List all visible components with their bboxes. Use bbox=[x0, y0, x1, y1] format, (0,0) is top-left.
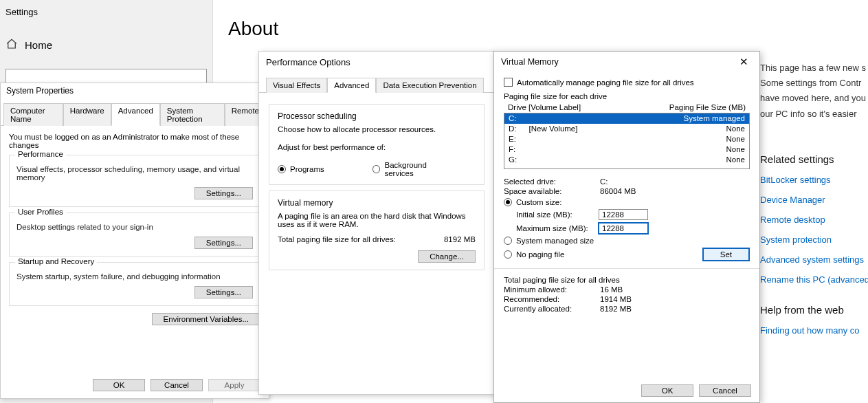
drive-row[interactable]: G: None bbox=[504, 155, 749, 165]
space-available-value: 86004 MB bbox=[600, 187, 636, 195]
performance-settings-button[interactable]: Settings... bbox=[194, 187, 253, 199]
sysprops-apply-button[interactable]: Apply bbox=[208, 379, 260, 391]
link-device-manager[interactable]: Device Manager bbox=[760, 195, 868, 205]
system-managed-label: System managed size bbox=[516, 237, 594, 245]
sysprops-ok-button[interactable]: OK bbox=[93, 379, 145, 391]
checkbox-icon bbox=[504, 78, 513, 87]
radio-system-managed[interactable]: System managed size bbox=[504, 237, 750, 245]
max-size-input[interactable] bbox=[599, 223, 648, 234]
selected-drive-label: Selected drive: bbox=[504, 177, 593, 186]
drive-row[interactable]: F: None bbox=[504, 144, 749, 155]
link-help-cores[interactable]: Finding out how many co bbox=[760, 325, 868, 336]
per-drive-label: Paging file size for each drive bbox=[504, 92, 750, 100]
about-right-column: This page has a few new s Some settings … bbox=[760, 62, 868, 336]
startup-recovery-label: Startup and Recovery bbox=[15, 257, 97, 265]
radio-icon bbox=[504, 198, 512, 206]
radio-icon bbox=[372, 165, 381, 173]
space-available-label: Space available: bbox=[504, 187, 593, 195]
user-profiles-desc: Desktop settings related to your sign-in bbox=[16, 223, 253, 231]
drive-row[interactable]: C: System managed bbox=[504, 113, 749, 124]
system-properties-dialog: System Properties Computer Name Hardware… bbox=[0, 83, 269, 399]
radio-background-services[interactable]: Background services bbox=[372, 161, 455, 177]
tab-computer-name[interactable]: Computer Name bbox=[3, 103, 63, 126]
system-properties-title: System Properties bbox=[1, 83, 269, 98]
vmem-title: Virtual Memory bbox=[501, 57, 559, 67]
user-profiles-fieldset: User Profiles Desktop settings related t… bbox=[9, 213, 260, 257]
radio-custom-size[interactable]: Custom size: bbox=[504, 198, 750, 206]
recommended-value: 1914 MB bbox=[600, 295, 632, 303]
radio-programs[interactable]: Programs bbox=[278, 161, 324, 177]
vm-change-button[interactable]: Change... bbox=[418, 250, 476, 263]
close-icon[interactable]: ✕ bbox=[735, 56, 753, 68]
settings-home-nav[interactable]: Home bbox=[0, 24, 212, 63]
sysprops-cancel-button[interactable]: Cancel bbox=[151, 379, 203, 391]
link-bitlocker[interactable]: BitLocker settings bbox=[760, 175, 868, 185]
max-size-label: Maximum size (MB): bbox=[516, 224, 590, 232]
total-paging-value: 8192 MB bbox=[444, 235, 476, 243]
radio-no-paging[interactable]: No paging file bbox=[504, 250, 564, 259]
tab-visual-effects[interactable]: Visual Effects bbox=[266, 78, 327, 93]
about-heading: About bbox=[228, 18, 868, 40]
recommended-label: Recommended: bbox=[504, 295, 593, 303]
no-paging-label: No paging file bbox=[516, 250, 564, 259]
vmem-ok-button[interactable]: OK bbox=[641, 384, 693, 397]
tab-system-protection[interactable]: System Protection bbox=[160, 103, 225, 126]
vmem-cancel-button[interactable]: Cancel bbox=[699, 384, 751, 397]
processor-scheduling-title: Processor scheduling bbox=[278, 111, 476, 121]
tab-hardware[interactable]: Hardware bbox=[63, 103, 111, 126]
link-remote-desktop[interactable]: Remote desktop bbox=[760, 215, 868, 225]
perfopts-tabs: Visual Effects Advanced Data Execution P… bbox=[259, 73, 494, 93]
total-paging-label: Total paging file size for all drives: bbox=[278, 235, 396, 243]
drive-list-header: Drive [Volume Label] Paging File Size (M… bbox=[504, 103, 750, 111]
radio-icon bbox=[504, 237, 512, 245]
virtual-memory-desc: A paging file is an area on the hard dis… bbox=[278, 212, 476, 228]
home-icon bbox=[5, 38, 18, 52]
performance-fieldset: Performance Visual effects, processor sc… bbox=[9, 155, 260, 207]
performance-options-dialog: Performance Options Visual Effects Advan… bbox=[258, 51, 495, 395]
custom-size-label: Custom size: bbox=[516, 198, 561, 206]
link-rename-pc[interactable]: Rename this PC (advanced bbox=[760, 274, 868, 285]
sysprops-button-row: OK Cancel Apply bbox=[93, 379, 260, 391]
startup-recovery-desc: System startup, system failure, and debu… bbox=[16, 272, 253, 281]
admin-note: You must be logged on as an Administrato… bbox=[9, 133, 260, 149]
settings-window-title: Settings bbox=[0, 0, 212, 24]
initial-size-input[interactable] bbox=[599, 209, 648, 220]
performance-desc: Visual effects, processor scheduling, me… bbox=[16, 165, 253, 182]
vmem-titlebar: Virtual Memory ✕ bbox=[494, 52, 759, 69]
performance-label: Performance bbox=[15, 150, 66, 158]
drive-header-right: Paging File Size (MB) bbox=[669, 103, 746, 111]
radio-bgservices-label: Background services bbox=[384, 161, 455, 177]
processor-scheduling-group: Processor scheduling Choose how to alloc… bbox=[269, 104, 485, 185]
link-advanced-system-settings[interactable]: Advanced system settings bbox=[760, 254, 868, 265]
virtual-memory-dialog: Virtual Memory ✕ Automatically manage pa… bbox=[493, 51, 760, 403]
auto-manage-checkbox[interactable]: Automatically manage paging file size fo… bbox=[504, 78, 750, 87]
drive-row[interactable]: E: None bbox=[504, 134, 749, 144]
drive-row[interactable]: D:[New Volume] None bbox=[504, 124, 749, 134]
adjust-label: Adjust for best performance of: bbox=[278, 143, 476, 151]
user-profiles-settings-button[interactable]: Settings... bbox=[194, 237, 253, 249]
min-allowed-label: Minimum allowed: bbox=[504, 285, 593, 294]
vmem-button-row: OK Cancel bbox=[641, 384, 751, 397]
radio-icon bbox=[504, 250, 512, 259]
drive-list[interactable]: C: System managed D:[New Volume] None E:… bbox=[504, 113, 750, 169]
link-system-protection[interactable]: System protection bbox=[760, 235, 868, 245]
about-blurb: Some settings from Contr bbox=[760, 77, 868, 89]
environment-variables-button[interactable]: Environment Variables... bbox=[152, 313, 260, 325]
startup-recovery-fieldset: Startup and Recovery System startup, sys… bbox=[9, 262, 260, 306]
auto-manage-label: Automatically manage paging file size fo… bbox=[517, 78, 694, 87]
separator bbox=[494, 268, 759, 269]
about-blurb: have moved here, and you bbox=[760, 92, 868, 105]
processor-scheduling-desc: Choose how to allocate processor resourc… bbox=[278, 125, 476, 133]
performance-options-title: Performance Options bbox=[259, 52, 494, 73]
tab-advanced[interactable]: Advanced bbox=[111, 103, 160, 126]
initial-size-label: Initial size (MB): bbox=[516, 210, 590, 219]
tab-perf-advanced[interactable]: Advanced bbox=[327, 78, 376, 93]
set-button[interactable]: Set bbox=[702, 248, 750, 261]
tab-dep[interactable]: Data Execution Prevention bbox=[376, 78, 483, 93]
related-settings-heading: Related settings bbox=[760, 153, 868, 165]
sysprops-tabs: Computer Name Hardware Advanced System P… bbox=[1, 98, 269, 126]
radio-programs-label: Programs bbox=[290, 165, 324, 173]
about-blurb: our PC info so it's easier bbox=[760, 108, 868, 120]
about-blurb: This page has a few new s bbox=[760, 62, 868, 74]
startup-recovery-settings-button[interactable]: Settings... bbox=[194, 286, 253, 298]
